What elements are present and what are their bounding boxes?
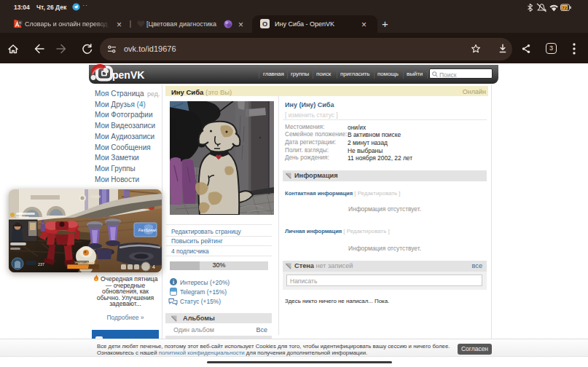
svg-text:penVK: penVK xyxy=(112,69,144,81)
svg-text:O: O xyxy=(262,20,267,28)
svg-text:FanSpeak: FanSpeak xyxy=(138,228,157,232)
svg-text:237: 237 xyxy=(38,262,44,267)
svg-text:4: 4 xyxy=(152,264,155,269)
svg-text:72: 72 xyxy=(562,5,567,9)
svg-text:ЗАХВАТЫВАЙТЕ: ЗАХВАТЫВАЙТЕ xyxy=(74,261,95,264)
